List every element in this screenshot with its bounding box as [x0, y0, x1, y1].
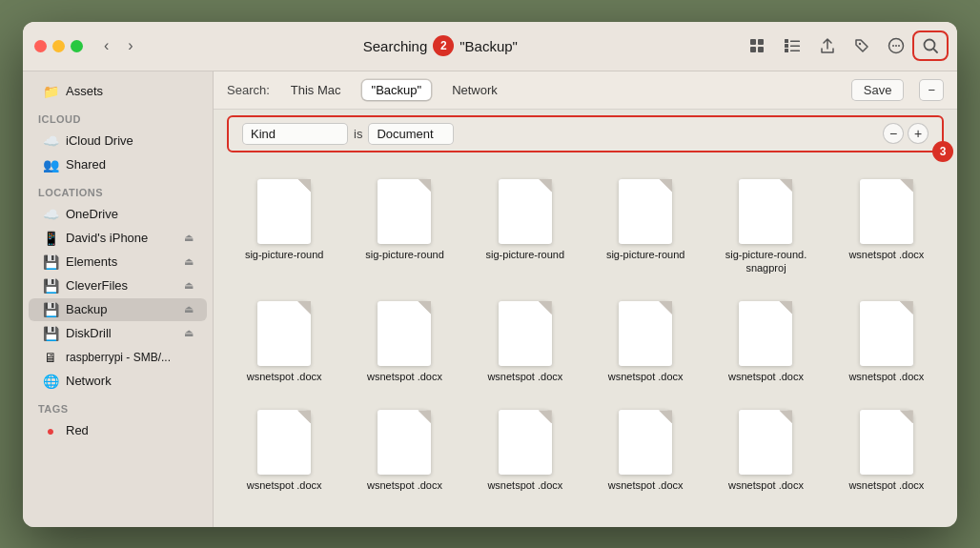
- onedrive-icon: ☁️: [42, 207, 59, 222]
- file-item[interactable]: wsnetspot .docx: [347, 398, 461, 497]
- grid-view-button[interactable]: [742, 33, 772, 58]
- file-name: wsnetspot .docx: [728, 478, 804, 492]
- search-scope-this-mac[interactable]: This Mac: [281, 80, 351, 100]
- file-item[interactable]: wsnetspot .docx: [588, 398, 703, 497]
- file-page: [499, 179, 552, 244]
- file-icon: [374, 173, 435, 244]
- file-page: [257, 179, 311, 244]
- titlebar: ‹ › Searching 2 "Backup": [23, 22, 957, 71]
- minimize-button[interactable]: [52, 40, 65, 52]
- file-page: [257, 301, 311, 366]
- file-page: [378, 410, 431, 475]
- svg-rect-6: [785, 44, 788, 48]
- tag-button[interactable]: [847, 33, 877, 58]
- sidebar-item-label: Assets: [66, 84, 103, 98]
- kind-select[interactable]: Kind Name Date Modified: [242, 123, 348, 145]
- sidebar-item-backup[interactable]: 💾 Backup ⏏: [29, 298, 207, 321]
- network-icon: 🌐: [42, 374, 59, 389]
- sidebar-item-elements[interactable]: 💾 Elements ⏏: [29, 251, 207, 274]
- sidebar-item-red[interactable]: ● Red: [29, 419, 207, 442]
- svg-rect-1: [758, 39, 764, 45]
- svg-point-13: [895, 45, 897, 47]
- file-item[interactable]: sig-picture-round.snagproj: [708, 168, 823, 281]
- sidebar-item-label: raspberrypi - SMB/...: [66, 351, 171, 364]
- is-label: is: [354, 127, 362, 141]
- back-button[interactable]: ‹: [98, 33, 114, 58]
- sidebar-item-assets[interactable]: 📁 Assets: [29, 80, 207, 103]
- file-icon: [856, 173, 917, 244]
- file-item[interactable]: wsnetspot .docx: [347, 290, 461, 389]
- file-icon: [254, 295, 315, 366]
- file-page: [257, 410, 311, 475]
- file-name: wsnetspot .docx: [487, 478, 562, 492]
- svg-point-12: [892, 45, 894, 47]
- search-button[interactable]: [915, 33, 946, 58]
- forward-button[interactable]: ›: [122, 33, 138, 58]
- file-item[interactable]: sig-picture-round: [227, 168, 341, 281]
- file-page: [499, 301, 552, 366]
- more-button[interactable]: [881, 33, 911, 58]
- sidebar-item-raspberrypi[interactable]: 🖥 raspberrypi - SMB/...: [29, 346, 207, 369]
- file-icon: [495, 173, 556, 244]
- file-icon: [615, 173, 676, 244]
- file-icon: [735, 295, 796, 366]
- sidebar-item-diskdrill[interactable]: 💾 DiskDrill ⏏: [29, 322, 207, 345]
- search-minus-button[interactable]: −: [919, 79, 944, 101]
- filter-buttons: − +: [883, 123, 929, 144]
- file-item[interactable]: wsnetspot .docx: [227, 398, 341, 497]
- file-item[interactable]: wsnetspot .docx: [829, 168, 944, 281]
- svg-rect-5: [790, 41, 800, 43]
- file-page: [619, 410, 672, 475]
- badge-3: 3: [932, 141, 953, 162]
- file-name: sig-picture-round: [245, 248, 324, 261]
- search-save-button[interactable]: Save: [851, 79, 905, 101]
- sidebar-item-davids-iphone[interactable]: 📱 David's iPhone ⏏: [29, 227, 207, 250]
- close-button[interactable]: [34, 40, 47, 52]
- search-scope-network[interactable]: Network: [442, 80, 507, 100]
- sidebar-item-network[interactable]: 🌐 Network: [29, 370, 207, 393]
- share-icon: [819, 37, 836, 54]
- file-page: [860, 301, 913, 366]
- sidebar-item-label: Red: [66, 423, 89, 437]
- sidebar-item-label: OneDrive: [66, 207, 118, 221]
- list-view-button[interactable]: [776, 33, 808, 58]
- file-name: wsnetspot .docx: [728, 370, 804, 383]
- sidebar-item-icloud-drive[interactable]: ☁️ iCloud Drive: [29, 130, 207, 152]
- file-item[interactable]: wsnetspot .docx: [468, 290, 582, 389]
- traffic-lights: [34, 40, 83, 52]
- file-item[interactable]: wsnetspot .docx: [829, 398, 944, 497]
- sidebar-item-label: CleverFiles: [66, 278, 177, 293]
- file-name: wsnetspot .docx: [487, 370, 562, 383]
- file-item[interactable]: wsnetspot .docx: [708, 290, 823, 389]
- filter-remove-button[interactable]: −: [883, 123, 904, 144]
- file-name: wsnetspot .docx: [367, 370, 442, 383]
- file-item[interactable]: wsnetspot .docx: [829, 290, 944, 389]
- file-item[interactable]: wsnetspot .docx: [468, 398, 582, 497]
- filter-add-button[interactable]: +: [908, 123, 929, 144]
- share-button[interactable]: [812, 33, 843, 58]
- sidebar-item-shared[interactable]: 👥 Shared: [29, 153, 207, 176]
- content-area: 📁 Assets iCloud ☁️ iCloud Drive 👥 Shared…: [23, 71, 957, 527]
- main-panel: Search: This Mac "Backup" Network Save −…: [214, 71, 957, 527]
- file-item[interactable]: sig-picture-round: [588, 168, 703, 281]
- file-page: [378, 301, 431, 366]
- svg-point-10: [859, 43, 861, 45]
- svg-rect-4: [785, 39, 788, 43]
- maximize-button[interactable]: [71, 40, 83, 52]
- svg-rect-3: [758, 47, 764, 52]
- sidebar-item-cleverfiles[interactable]: 💾 CleverFiles ⏏: [29, 274, 207, 297]
- file-item[interactable]: wsnetspot .docx: [227, 290, 341, 389]
- sidebar-item-onedrive[interactable]: ☁️ OneDrive: [29, 203, 207, 226]
- file-name: wsnetspot .docx: [608, 478, 684, 492]
- file-grid: sig-picture-round sig-picture-round sig-…: [214, 158, 957, 527]
- file-item[interactable]: sig-picture-round: [347, 168, 461, 281]
- file-icon: [495, 404, 556, 475]
- file-item[interactable]: wsnetspot .docx: [708, 398, 823, 497]
- search-scope-backup[interactable]: "Backup": [362, 80, 432, 100]
- document-select[interactable]: Document Image Movie PDF: [368, 123, 454, 145]
- file-item[interactable]: sig-picture-round: [468, 168, 582, 281]
- window-title-query: "Backup": [459, 38, 518, 54]
- eject-icon: ⏏: [184, 232, 194, 244]
- file-item[interactable]: wsnetspot .docx: [588, 290, 703, 389]
- sidebar-item-label: DiskDrill: [66, 326, 177, 340]
